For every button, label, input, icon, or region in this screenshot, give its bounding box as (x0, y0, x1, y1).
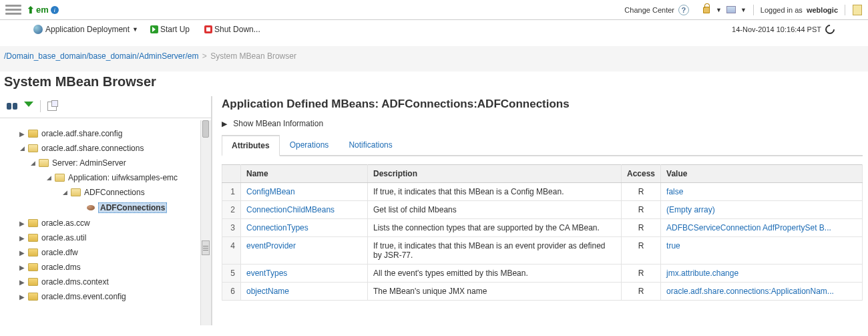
triangle-right-icon: ▶ (222, 120, 227, 128)
attr-name-link[interactable]: eventTypes (246, 269, 287, 278)
bean-icon (87, 205, 95, 210)
dropdown-caret-icon[interactable]: ▼ (740, 7, 746, 13)
col-name[interactable]: Name (241, 165, 368, 183)
folder-icon (71, 188, 81, 196)
tab-notifications[interactable]: Notifications (339, 135, 402, 155)
start-up-button[interactable]: Start Up (150, 25, 192, 34)
help-icon[interactable]: ? (678, 5, 689, 15)
tree-node[interactable]: ◢ADFConnections (0, 185, 211, 200)
attr-access-cell: R (622, 265, 661, 283)
username: weblogic (807, 6, 838, 14)
attr-name-link[interactable]: ConnectionTypes (246, 223, 308, 232)
attr-value-link[interactable]: false (666, 187, 683, 196)
col-value[interactable]: Value (661, 165, 863, 183)
info-icon[interactable]: i (51, 6, 59, 14)
attr-value-cell: false (661, 183, 863, 201)
picture-icon[interactable] (726, 5, 736, 15)
refresh-icon[interactable] (823, 23, 837, 36)
scrollbar[interactable] (200, 120, 211, 325)
tree-node[interactable]: ▶oracle.dms.event.config (0, 289, 211, 304)
notepad-icon[interactable] (852, 5, 863, 15)
collapse-icon[interactable]: ◢ (61, 189, 68, 196)
tree-node[interactable]: ▶oracle.as.util (0, 230, 211, 245)
up-arrow-icon[interactable]: ⬆ (27, 5, 35, 15)
scrollbar-thumb[interactable] (202, 120, 209, 138)
attr-value-link[interactable]: oracle.adf.share.connections:Application… (666, 287, 834, 296)
attr-name-link[interactable]: ConfigMBean (246, 187, 295, 196)
expand-icon[interactable]: ▶ (19, 234, 25, 242)
attr-desc-cell: The MBean's unique JMX name (368, 283, 622, 301)
show-mbean-info-toggle[interactable]: ▶ Show MBean Information (222, 119, 863, 135)
expand-icon[interactable]: ▶ (19, 264, 25, 271)
tree-node[interactable]: ▶oracle.adf.share.config (0, 126, 211, 141)
tab-operations[interactable]: Operations (280, 135, 339, 155)
tree-node[interactable]: ▶oracle.as.ccw (0, 216, 211, 230)
toolbar-right: 14-Nov-2014 10:16:44 PST (732, 25, 835, 34)
tree-node[interactable]: ▶oracle.dms (0, 260, 211, 275)
folder-icon (28, 278, 38, 286)
lock-icon[interactable] (701, 5, 712, 15)
tree-node[interactable]: ◢Server: AdminServer (0, 156, 211, 170)
em-label[interactable]: em (36, 5, 49, 15)
collapse-icon[interactable]: ◢ (29, 160, 36, 166)
splitter-grip[interactable] (202, 240, 210, 255)
mbean-tree[interactable]: ▶oracle.adf.share.config◢oracle.adf.shar… (0, 118, 211, 325)
attributes-table: Name Description Access Value 1ConfigMBe… (222, 164, 863, 301)
tree-node[interactable]: ◢oracle.adf.share.connections (0, 141, 211, 156)
tree-node-label: oracle.dms.event.config (41, 292, 126, 301)
header-bar: ⬆ em i Change Center ? ▼ ▼ Logged in as … (0, 0, 868, 20)
attr-value-link[interactable]: ADFBCServiceConnection AdfPropertySet B.… (666, 223, 831, 232)
attr-value-link[interactable]: true (666, 241, 680, 250)
tree-node[interactable]: ◢Application: uifwksamples-emc (0, 170, 211, 185)
attr-value-link[interactable]: (Empty array) (666, 205, 715, 214)
collapse-icon[interactable]: ◢ (45, 174, 52, 181)
filter-icon[interactable] (24, 102, 33, 111)
change-center-link[interactable]: Change Center (624, 6, 674, 14)
detach-icon[interactable] (47, 102, 57, 111)
app-deployment-menu[interactable]: Application Deployment ▼ (33, 25, 138, 34)
tree-node-label: oracle.dms.context (41, 277, 109, 287)
table-row[interactable]: 3ConnectionTypesLists the connection typ… (222, 219, 863, 237)
attr-access-cell: R (622, 183, 661, 201)
tree-node-label: oracle.as.ccw (41, 218, 90, 228)
header-right: Change Center ? ▼ ▼ Logged in as weblogi… (624, 5, 863, 15)
tab-attributes[interactable]: Attributes (222, 135, 280, 156)
attr-name-cell: ConnectionTypes (241, 219, 368, 237)
tree-node-label: ADFConnections (84, 188, 145, 197)
col-description[interactable]: Description (368, 165, 622, 183)
attr-name-cell: eventProvider (241, 237, 368, 265)
attr-name-link[interactable]: objectName (246, 287, 289, 296)
attr-value-cell: (Empty array) (661, 201, 863, 219)
table-row[interactable]: 6objectNameThe MBean's unique JMX nameRo… (222, 283, 863, 301)
table-header-row: Name Description Access Value (222, 165, 863, 183)
tree-node[interactable]: ▶oracle.dfw (0, 245, 211, 260)
shut-down-button[interactable]: Shut Down... (204, 25, 263, 34)
collapse-icon[interactable]: ◢ (19, 145, 25, 152)
table-row[interactable]: 4eventProviderIf true, it indicates that… (222, 237, 863, 265)
attr-name-link[interactable]: eventProvider (246, 241, 296, 250)
tree-node[interactable]: ADFConnections (0, 200, 211, 216)
menu-icon[interactable] (5, 2, 21, 18)
col-access[interactable]: Access (622, 165, 661, 183)
dropdown-caret-icon[interactable]: ▼ (716, 7, 722, 13)
expand-icon[interactable]: ▶ (19, 279, 25, 286)
tree-node-label: oracle.dfw (41, 248, 78, 257)
table-row[interactable]: 2ConnectionChildMBeansGet list of child … (222, 201, 863, 219)
expand-icon[interactable]: ▶ (19, 293, 25, 301)
breadcrumb-separator: > (202, 51, 207, 61)
expand-icon[interactable]: ▶ (19, 220, 25, 227)
breadcrumb-path[interactable]: /Domain_base_domain/base_domain/AdminSer… (4, 51, 199, 61)
expand-icon[interactable]: ▶ (19, 130, 25, 138)
expand-icon[interactable]: ▶ (19, 249, 25, 257)
show-info-label: Show MBean Information (233, 119, 323, 128)
app-deployment-label: Application Deployment (45, 25, 130, 34)
find-icon[interactable] (7, 102, 17, 111)
table-row[interactable]: 1ConfigMBeanIf true, it indicates that t… (222, 183, 863, 201)
attr-name-link[interactable]: ConnectionChildMBeans (246, 205, 335, 214)
row-index: 4 (222, 237, 241, 265)
tree-node[interactable]: ▶oracle.dms.context (0, 275, 211, 289)
attr-value-link[interactable]: jmx.attribute.change (666, 269, 738, 278)
row-index: 5 (222, 265, 241, 283)
table-row[interactable]: 5eventTypesAll the event's types emitted… (222, 265, 863, 283)
attr-access-cell: R (622, 283, 661, 301)
